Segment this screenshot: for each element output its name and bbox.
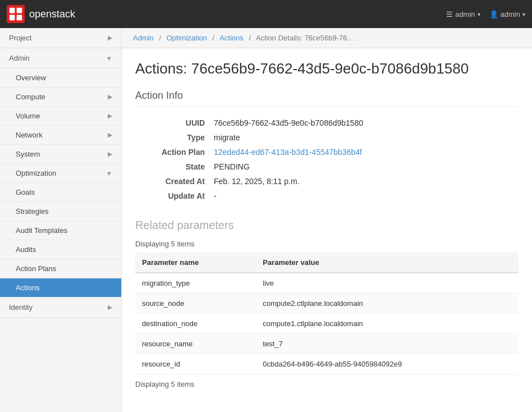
sidebar-item-optimization[interactable]: Optimization ▼ bbox=[0, 164, 121, 183]
brand-logo[interactable]: openstack bbox=[7, 5, 75, 23]
admin-user-label: admin bbox=[501, 10, 520, 19]
sidebar-item-system[interactable]: System ▶ bbox=[0, 145, 121, 164]
breadcrumb-actions[interactable]: Actions bbox=[219, 34, 244, 42]
svg-rect-4 bbox=[17, 15, 22, 21]
table-row: resource_name test_7 bbox=[135, 333, 519, 354]
param-value-cell: test_7 bbox=[256, 333, 519, 354]
overview-label: Overview bbox=[16, 74, 46, 82]
page-title: Actions: 76ce56b9-7662-43d5-9e0c-b7086d9… bbox=[135, 59, 519, 79]
openstack-logo-icon bbox=[7, 5, 25, 23]
sidebar-item-identity[interactable]: Identity ▶ bbox=[0, 297, 121, 318]
admin-menu-arrow-icon: ▾ bbox=[478, 11, 480, 17]
action-plans-label: Action Plans bbox=[16, 264, 56, 273]
action-info-table: UUID 76ce56b9-7662-43d5-9e0c-b7086d9b158… bbox=[135, 116, 519, 203]
update-at-row: Update At - bbox=[135, 189, 519, 203]
sidebar-item-strategies[interactable]: Strategies bbox=[0, 202, 121, 221]
uuid-row: UUID 76ce56b9-7662-43d5-9e0c-b7086d9b158… bbox=[135, 116, 519, 130]
update-at-label: Update At bbox=[135, 191, 214, 200]
update-at-value: - bbox=[214, 191, 217, 200]
admin-menu[interactable]: ☰ admin ▾ bbox=[446, 10, 480, 19]
action-plan-row: Action Plan 12eded44-ed67-413a-b3d1-4554… bbox=[135, 145, 519, 159]
param-name-cell: migration_type bbox=[135, 273, 256, 294]
param-name-cell: source_node bbox=[135, 293, 256, 313]
network-label: Network bbox=[16, 131, 43, 139]
network-chevron-icon: ▶ bbox=[108, 131, 112, 139]
uuid-label: UUID bbox=[135, 118, 214, 127]
optimization-chevron-icon: ▼ bbox=[106, 170, 112, 177]
identity-label: Identity bbox=[9, 303, 33, 312]
navbar: openstack ☰ admin ▾ 👤 admin ▾ bbox=[0, 0, 532, 28]
breadcrumb-optimization[interactable]: Optimization bbox=[167, 34, 207, 42]
state-row: State PENDING bbox=[135, 159, 519, 174]
type-label: Type bbox=[135, 133, 214, 142]
optimization-label: Optimization bbox=[16, 169, 56, 177]
table-row: destination_node compute1.ctlplane.local… bbox=[135, 313, 519, 333]
sidebar-item-audits[interactable]: Audits bbox=[0, 240, 121, 259]
sidebar-item-audit-templates[interactable]: Audit Templates bbox=[0, 221, 121, 240]
sidebar-admin-label: Admin bbox=[9, 54, 30, 62]
sidebar: Project ▶ Admin ▼ Overview Compute ▶ Vol… bbox=[0, 28, 122, 412]
breadcrumb-admin[interactable]: Admin bbox=[133, 34, 154, 42]
breadcrumb: Admin / Optimization / Actions / Action … bbox=[122, 28, 532, 48]
param-value-cell: 0cbda264-b496-4649-ab55-9405984092e9 bbox=[256, 354, 519, 374]
sidebar-item-admin[interactable]: Admin ▼ bbox=[0, 48, 121, 68]
created-at-row: Created At Feb. 12, 2025, 8:11 p.m. bbox=[135, 174, 519, 189]
sidebar-item-volume[interactable]: Volume ▶ bbox=[0, 107, 121, 126]
svg-rect-3 bbox=[10, 15, 15, 21]
compute-chevron-icon: ▶ bbox=[108, 93, 112, 100]
admin-user-arrow-icon: ▾ bbox=[522, 11, 525, 17]
volume-chevron-icon: ▶ bbox=[108, 112, 112, 120]
param-name-cell: resource_id bbox=[135, 354, 256, 374]
breadcrumb-sep-2: / bbox=[213, 34, 215, 42]
param-value-cell: compute2.ctlplane.localdomain bbox=[256, 293, 519, 313]
admin-chevron-icon: ▼ bbox=[106, 55, 112, 62]
project-chevron-icon: ▶ bbox=[108, 34, 112, 42]
strategies-label: Strategies bbox=[16, 207, 49, 216]
admin-user-menu[interactable]: 👤 admin ▾ bbox=[489, 10, 525, 19]
type-row: Type migrate bbox=[135, 130, 519, 145]
sidebar-item-project[interactable]: Project ▶ bbox=[0, 28, 121, 48]
sidebar-project-label: Project bbox=[9, 34, 31, 42]
breadcrumb-current: Action Details: 76ce56b9-76... bbox=[256, 34, 353, 42]
state-label: State bbox=[135, 162, 214, 171]
brand-name: openstack bbox=[29, 8, 75, 20]
goals-label: Goals bbox=[16, 188, 35, 196]
main-content: Admin / Optimization / Actions / Action … bbox=[122, 28, 532, 412]
params-table: Parameter name Parameter value migration… bbox=[135, 253, 519, 374]
breadcrumb-sep-1: / bbox=[159, 34, 161, 42]
svg-rect-0 bbox=[7, 5, 25, 23]
table-row: source_node compute2.ctlplane.localdomai… bbox=[135, 293, 519, 313]
param-value-cell: compute1.ctlplane.localdomain bbox=[256, 313, 519, 333]
related-params-title: Related parameters bbox=[135, 219, 519, 232]
sidebar-item-actions[interactable]: Actions bbox=[0, 278, 121, 297]
admin-menu-icon: ☰ bbox=[446, 10, 453, 19]
identity-chevron-icon: ▶ bbox=[108, 304, 112, 311]
sidebar-item-overview[interactable]: Overview bbox=[0, 68, 121, 88]
action-info-title: Action Info bbox=[135, 90, 519, 107]
user-icon: 👤 bbox=[489, 10, 498, 19]
created-at-label: Created At bbox=[135, 177, 214, 186]
actions-label: Actions bbox=[16, 283, 40, 292]
state-value: PENDING bbox=[214, 162, 250, 171]
created-at-value: Feb. 12, 2025, 8:11 p.m. bbox=[214, 177, 300, 186]
sidebar-item-action-plans[interactable]: Action Plans bbox=[0, 259, 121, 278]
audit-templates-label: Audit Templates bbox=[16, 226, 67, 235]
sidebar-item-compute[interactable]: Compute ▶ bbox=[0, 88, 121, 107]
action-plan-link[interactable]: 12eded44-ed67-413a-b3d1-45547bb36b4f bbox=[214, 148, 362, 157]
sidebar-item-network[interactable]: Network ▶ bbox=[0, 126, 121, 145]
breadcrumb-sep-3: / bbox=[249, 34, 251, 42]
param-value-cell: live bbox=[256, 273, 519, 294]
system-chevron-icon: ▶ bbox=[108, 150, 112, 158]
action-plan-label: Action Plan bbox=[135, 148, 214, 157]
param-name-cell: destination_node bbox=[135, 313, 256, 333]
audits-label: Audits bbox=[16, 245, 36, 254]
param-name-cell: resource_name bbox=[135, 333, 256, 354]
col-header-param-name: Parameter name bbox=[135, 253, 256, 273]
navbar-right: ☰ admin ▾ 👤 admin ▾ bbox=[446, 10, 525, 19]
table-row: migration_type live bbox=[135, 273, 519, 294]
volume-label: Volume bbox=[16, 112, 40, 120]
sidebar-item-goals[interactable]: Goals bbox=[0, 183, 121, 202]
displaying-bottom: Displaying 5 items bbox=[135, 380, 519, 388]
svg-rect-2 bbox=[17, 8, 22, 13]
action-plan-value: 12eded44-ed67-413a-b3d1-45547bb36b4f bbox=[214, 148, 362, 157]
